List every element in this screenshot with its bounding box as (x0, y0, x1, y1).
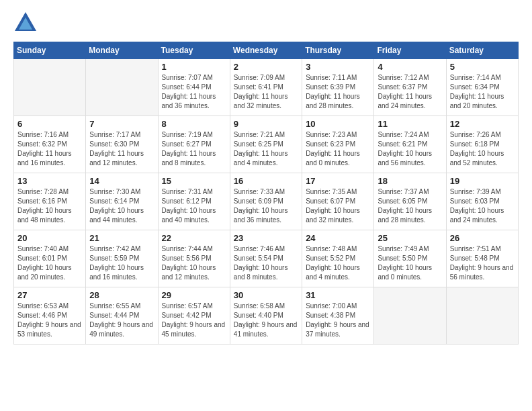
logo (13, 11, 40, 35)
day-info: Sunrise: 6:53 AM Sunset: 4:46 PM Dayligh… (17, 302, 82, 339)
logo-icon (13, 11, 38, 35)
day-number: 7 (89, 119, 154, 129)
day-info: Sunrise: 7:24 AM Sunset: 6:21 PM Dayligh… (378, 130, 442, 168)
calendar-cell: 23Sunrise: 7:46 AM Sunset: 5:54 PM Dayli… (230, 230, 302, 287)
calendar-cell (14, 59, 86, 116)
day-info: Sunrise: 7:42 AM Sunset: 5:59 PM Dayligh… (89, 244, 154, 282)
day-info: Sunrise: 7:40 AM Sunset: 6:01 PM Dayligh… (17, 244, 82, 282)
day-number: 3 (306, 62, 370, 72)
calendar-cell: 3Sunrise: 7:11 AM Sunset: 6:39 PM Daylig… (302, 59, 374, 116)
calendar-cell: 16Sunrise: 7:33 AM Sunset: 6:09 PM Dayli… (230, 173, 302, 230)
calendar-cell: 27Sunrise: 6:53 AM Sunset: 4:46 PM Dayli… (14, 287, 86, 345)
calendar-cell: 30Sunrise: 6:58 AM Sunset: 4:40 PM Dayli… (230, 287, 302, 345)
calendar-cell: 19Sunrise: 7:39 AM Sunset: 6:03 PM Dayli… (446, 173, 518, 230)
day-number: 5 (450, 62, 515, 72)
calendar-cell: 2Sunrise: 7:09 AM Sunset: 6:41 PM Daylig… (230, 59, 302, 116)
calendar-week-row: 27Sunrise: 6:53 AM Sunset: 4:46 PM Dayli… (14, 287, 519, 345)
day-number: 26 (450, 233, 515, 243)
day-info: Sunrise: 7:35 AM Sunset: 6:07 PM Dayligh… (306, 187, 370, 225)
day-info: Sunrise: 7:28 AM Sunset: 6:16 PM Dayligh… (17, 187, 82, 225)
day-number: 21 (89, 233, 154, 243)
day-info: Sunrise: 7:44 AM Sunset: 5:56 PM Dayligh… (162, 244, 226, 282)
calendar-cell: 18Sunrise: 7:37 AM Sunset: 6:05 PM Dayli… (374, 173, 446, 230)
calendar-cell: 8Sunrise: 7:19 AM Sunset: 6:27 PM Daylig… (158, 116, 230, 173)
calendar-table: SundayMondayTuesdayWednesdayThursdayFrid… (13, 42, 519, 345)
day-info: Sunrise: 7:17 AM Sunset: 6:30 PM Dayligh… (89, 130, 154, 168)
calendar-cell: 26Sunrise: 7:51 AM Sunset: 5:48 PM Dayli… (446, 230, 518, 287)
day-info: Sunrise: 6:55 AM Sunset: 4:44 PM Dayligh… (89, 302, 154, 339)
calendar-week-row: 1Sunrise: 7:07 AM Sunset: 6:44 PM Daylig… (14, 59, 519, 116)
calendar-cell: 12Sunrise: 7:26 AM Sunset: 6:18 PM Dayli… (446, 116, 518, 173)
day-info: Sunrise: 6:58 AM Sunset: 4:40 PM Dayligh… (234, 302, 298, 339)
calendar-week-row: 6Sunrise: 7:16 AM Sunset: 6:32 PM Daylig… (14, 116, 519, 173)
day-number: 14 (89, 176, 154, 186)
day-number: 9 (234, 119, 298, 129)
day-info: Sunrise: 7:39 AM Sunset: 6:03 PM Dayligh… (450, 187, 515, 225)
page-header (13, 11, 519, 35)
calendar-cell: 9Sunrise: 7:21 AM Sunset: 6:25 PM Daylig… (230, 116, 302, 173)
day-number: 1 (162, 62, 226, 72)
column-header-friday: Friday (374, 42, 446, 59)
day-info: Sunrise: 7:19 AM Sunset: 6:27 PM Dayligh… (162, 130, 226, 168)
day-number: 15 (162, 176, 226, 186)
calendar-cell: 25Sunrise: 7:49 AM Sunset: 5:50 PM Dayli… (374, 230, 446, 287)
column-header-monday: Monday (86, 42, 158, 59)
day-number: 11 (378, 119, 442, 129)
calendar-cell: 20Sunrise: 7:40 AM Sunset: 6:01 PM Dayli… (14, 230, 86, 287)
day-info: Sunrise: 7:09 AM Sunset: 6:41 PM Dayligh… (234, 73, 298, 111)
calendar-cell: 22Sunrise: 7:44 AM Sunset: 5:56 PM Dayli… (158, 230, 230, 287)
day-info: Sunrise: 7:48 AM Sunset: 5:52 PM Dayligh… (306, 244, 370, 282)
calendar-cell (374, 287, 446, 345)
day-number: 20 (17, 233, 82, 243)
day-info: Sunrise: 7:46 AM Sunset: 5:54 PM Dayligh… (234, 244, 298, 282)
calendar-cell: 15Sunrise: 7:31 AM Sunset: 6:12 PM Dayli… (158, 173, 230, 230)
day-number: 22 (162, 233, 226, 243)
calendar-cell: 5Sunrise: 7:14 AM Sunset: 6:34 PM Daylig… (446, 59, 518, 116)
day-info: Sunrise: 7:51 AM Sunset: 5:48 PM Dayligh… (450, 244, 515, 282)
day-number: 31 (306, 290, 370, 300)
calendar-cell: 10Sunrise: 7:23 AM Sunset: 6:23 PM Dayli… (302, 116, 374, 173)
calendar-week-row: 20Sunrise: 7:40 AM Sunset: 6:01 PM Dayli… (14, 230, 519, 287)
column-header-saturday: Saturday (446, 42, 518, 59)
day-number: 27 (17, 290, 82, 300)
day-number: 4 (378, 62, 442, 72)
day-info: Sunrise: 7:12 AM Sunset: 6:37 PM Dayligh… (378, 73, 442, 111)
calendar-cell: 14Sunrise: 7:30 AM Sunset: 6:14 PM Dayli… (86, 173, 158, 230)
calendar-cell: 6Sunrise: 7:16 AM Sunset: 6:32 PM Daylig… (14, 116, 86, 173)
calendar-cell: 11Sunrise: 7:24 AM Sunset: 6:21 PM Dayli… (374, 116, 446, 173)
day-number: 25 (378, 233, 442, 243)
calendar-cell: 29Sunrise: 6:57 AM Sunset: 4:42 PM Dayli… (158, 287, 230, 345)
day-info: Sunrise: 7:07 AM Sunset: 6:44 PM Dayligh… (162, 73, 226, 111)
day-info: Sunrise: 7:21 AM Sunset: 6:25 PM Dayligh… (234, 130, 298, 168)
calendar-cell: 28Sunrise: 6:55 AM Sunset: 4:44 PM Dayli… (86, 287, 158, 345)
day-info: Sunrise: 7:23 AM Sunset: 6:23 PM Dayligh… (306, 130, 370, 168)
day-number: 10 (306, 119, 370, 129)
day-info: Sunrise: 6:57 AM Sunset: 4:42 PM Dayligh… (162, 302, 226, 339)
day-number: 19 (450, 176, 515, 186)
day-number: 16 (234, 176, 298, 186)
calendar-cell: 4Sunrise: 7:12 AM Sunset: 6:37 PM Daylig… (374, 59, 446, 116)
calendar-cell: 17Sunrise: 7:35 AM Sunset: 6:07 PM Dayli… (302, 173, 374, 230)
day-info: Sunrise: 7:16 AM Sunset: 6:32 PM Dayligh… (17, 130, 82, 168)
day-number: 13 (17, 176, 82, 186)
day-number: 28 (89, 290, 154, 300)
day-number: 30 (234, 290, 298, 300)
calendar-cell: 24Sunrise: 7:48 AM Sunset: 5:52 PM Dayli… (302, 230, 374, 287)
calendar-cell (446, 287, 518, 345)
day-number: 8 (162, 119, 226, 129)
day-info: Sunrise: 7:49 AM Sunset: 5:50 PM Dayligh… (378, 244, 442, 282)
day-number: 18 (378, 176, 442, 186)
day-number: 24 (306, 233, 370, 243)
calendar-cell: 7Sunrise: 7:17 AM Sunset: 6:30 PM Daylig… (86, 116, 158, 173)
day-number: 29 (162, 290, 226, 300)
calendar-cell: 13Sunrise: 7:28 AM Sunset: 6:16 PM Dayli… (14, 173, 86, 230)
calendar-week-row: 13Sunrise: 7:28 AM Sunset: 6:16 PM Dayli… (14, 173, 519, 230)
day-info: Sunrise: 7:30 AM Sunset: 6:14 PM Dayligh… (89, 187, 154, 225)
day-info: Sunrise: 7:00 AM Sunset: 4:38 PM Dayligh… (306, 302, 370, 339)
column-header-wednesday: Wednesday (230, 42, 302, 59)
calendar-cell (86, 59, 158, 116)
day-info: Sunrise: 7:33 AM Sunset: 6:09 PM Dayligh… (234, 187, 298, 225)
day-info: Sunrise: 7:37 AM Sunset: 6:05 PM Dayligh… (378, 187, 442, 225)
day-info: Sunrise: 7:14 AM Sunset: 6:34 PM Dayligh… (450, 73, 515, 111)
day-info: Sunrise: 7:31 AM Sunset: 6:12 PM Dayligh… (162, 187, 226, 225)
